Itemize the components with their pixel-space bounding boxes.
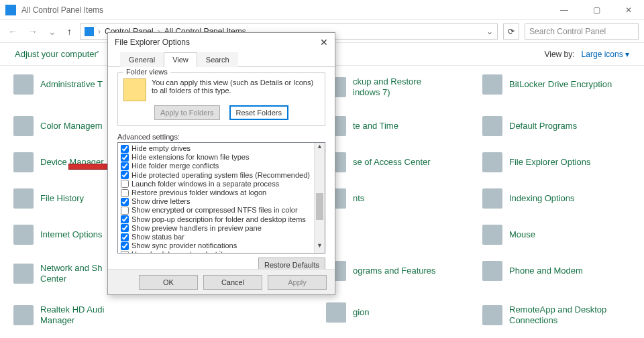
recent-dropdown[interactable]: ⌄ — [46, 26, 59, 37]
folder-views-group: Folder views You can apply this view (su… — [117, 72, 325, 126]
item-label: BitLocker Drive Encryption — [509, 79, 612, 90]
advanced-option[interactable]: Hide empty drives — [121, 144, 311, 153]
search-input[interactable]: Search Control Panel — [525, 23, 639, 40]
titlebar: All Control Panel Items — ▢ ✕ — [0, 0, 644, 20]
item-label: File History — [40, 193, 84, 204]
item-icon — [13, 305, 34, 325]
advanced-option[interactable]: Restore previous folder windows at logon — [121, 188, 311, 197]
item-label: Network and ShCenter — [40, 263, 103, 284]
advanced-option[interactable]: Hide extensions for known file types — [121, 153, 311, 162]
advanced-checkbox[interactable] — [121, 251, 129, 253]
apply-to-folders-button[interactable]: Apply to Folders — [154, 105, 219, 120]
scroll-up-icon[interactable]: ▲ — [315, 143, 325, 154]
control-panel-item[interactable]: Mouse — [482, 223, 631, 247]
item-label: ograms and Features — [353, 266, 436, 276]
advanced-checkbox[interactable] — [121, 171, 129, 179]
restore-defaults-button[interactable]: Restore Defaults — [258, 258, 325, 269]
refresh-button[interactable]: ⟳ — [503, 23, 519, 40]
tab-general[interactable]: General — [120, 52, 164, 67]
advanced-option-label: Hide protected operating system files (R… — [131, 171, 310, 180]
advanced-option[interactable]: Show drive letters — [121, 197, 311, 206]
advanced-checkbox[interactable] — [121, 233, 129, 241]
item-label: Phone and Modem — [509, 266, 583, 276]
scroll-down-icon[interactable]: ▼ — [315, 242, 325, 253]
item-icon — [482, 74, 502, 95]
tab-view[interactable]: View — [164, 52, 197, 67]
advanced-option-label: Show encrypted or compressed NTFS files … — [131, 206, 298, 215]
cancel-button[interactable]: Cancel — [203, 275, 262, 290]
item-label: Administrative T — [40, 79, 103, 90]
advanced-option-label: Show status bar — [131, 233, 184, 241]
page-title: Adjust your computer' — [15, 49, 99, 59]
control-panel-item[interactable]: Default Programs — [482, 114, 631, 138]
advanced-option[interactable]: Show sync provider notifications — [121, 241, 311, 250]
advanced-checkbox[interactable] — [121, 162, 129, 170]
advanced-option[interactable]: Hide protected operating system files (R… — [121, 171, 311, 180]
dialog-tabs: General View Search — [108, 52, 335, 67]
close-button[interactable]: ✕ — [619, 5, 639, 15]
advanced-checkbox[interactable] — [121, 189, 129, 197]
advanced-option-label: Show sync provider notifications — [131, 241, 237, 250]
advanced-checkbox[interactable] — [121, 154, 129, 162]
item-label: File Explorer Options — [509, 157, 590, 168]
item-label: nts — [353, 193, 364, 204]
minimize-button[interactable]: — — [554, 5, 574, 15]
advanced-option-label: Use check boxes to select items — [131, 250, 237, 253]
item-icon — [13, 116, 34, 136]
apply-button[interactable]: Apply — [268, 275, 327, 290]
advanced-checkbox[interactable] — [121, 145, 129, 153]
viewby-dropdown[interactable]: Large icons ▾ — [582, 50, 629, 59]
control-panel-item[interactable]: ograms and Features — [326, 259, 474, 283]
advanced-option[interactable]: Use check boxes to select items — [121, 250, 311, 253]
control-panel-item[interactable]: File Explorer Options — [482, 150, 631, 174]
address-dropdown-icon[interactable]: ⌄ — [486, 27, 493, 36]
control-panel-item[interactable]: gion — [326, 300, 474, 325]
advanced-option-label: Launch folder windows in a separate proc… — [131, 180, 279, 188]
advanced-option[interactable]: Launch folder windows in a separate proc… — [121, 180, 311, 188]
tab-search[interactable]: Search — [197, 52, 238, 67]
control-panel-item[interactable]: te and Time — [326, 114, 474, 138]
advanced-option[interactable]: Show status bar — [121, 233, 311, 241]
reset-folders-button[interactable]: Reset Folders — [229, 105, 288, 120]
control-panel-item[interactable]: Phone and Modem — [482, 259, 631, 283]
item-icon — [482, 152, 502, 172]
up-button[interactable]: ↑ — [64, 26, 74, 37]
control-panel-icon — [5, 5, 16, 15]
address-icon — [85, 27, 94, 36]
item-icon — [13, 152, 34, 172]
back-button[interactable]: ← — [5, 26, 20, 37]
advanced-checkbox[interactable] — [121, 215, 129, 223]
advanced-settings-list[interactable]: Hide empty drivesHide extensions for kno… — [117, 142, 325, 253]
scroll-thumb[interactable] — [316, 193, 323, 220]
control-panel-item[interactable]: se of Access Center — [326, 150, 474, 174]
file-explorer-options-dialog: File Explorer Options ✕ General View Sea… — [107, 32, 335, 295]
dialog-close-button[interactable]: ✕ — [320, 37, 328, 48]
ok-button[interactable]: OK — [139, 275, 198, 290]
item-label: Color Managem — [40, 121, 103, 131]
item-label: RemoteApp and DesktopConnections — [509, 304, 606, 325]
advanced-option-label: Restore previous folder windows at logon — [131, 188, 266, 197]
control-panel-item — [326, 223, 474, 247]
item-label: Device Manager — [40, 157, 104, 168]
item-icon — [482, 261, 502, 281]
control-panel-item[interactable]: Realtek HD AudiManager — [13, 300, 162, 330]
forward-button[interactable]: → — [25, 26, 40, 37]
advanced-checkbox[interactable] — [121, 242, 129, 250]
advanced-option[interactable]: Show preview handlers in preview pane — [121, 224, 311, 233]
advanced-checkbox[interactable] — [121, 207, 129, 215]
advanced-option[interactable]: Hide folder merge conflicts — [121, 162, 311, 170]
advanced-option[interactable]: Show encrypted or compressed NTFS files … — [121, 206, 311, 215]
advanced-checkbox[interactable] — [121, 180, 129, 188]
advanced-scrollbar[interactable]: ▲ ▼ — [314, 143, 325, 253]
item-icon — [482, 116, 502, 136]
control-panel-item[interactable]: nts — [326, 186, 474, 211]
advanced-checkbox[interactable] — [121, 224, 129, 232]
control-panel-item[interactable]: Indexing Options — [482, 186, 631, 211]
control-panel-item[interactable]: BitLocker Drive Encryption — [482, 72, 631, 97]
advanced-checkbox[interactable] — [121, 198, 129, 206]
viewby-label: View by: — [544, 50, 574, 59]
control-panel-item[interactable]: RemoteApp and DesktopConnections — [482, 300, 631, 330]
control-panel-item[interactable]: ckup and Restoreindows 7) — [326, 72, 474, 102]
advanced-option[interactable]: Show pop-up description for folder and d… — [121, 215, 311, 224]
maximize-button[interactable]: ▢ — [586, 5, 606, 15]
